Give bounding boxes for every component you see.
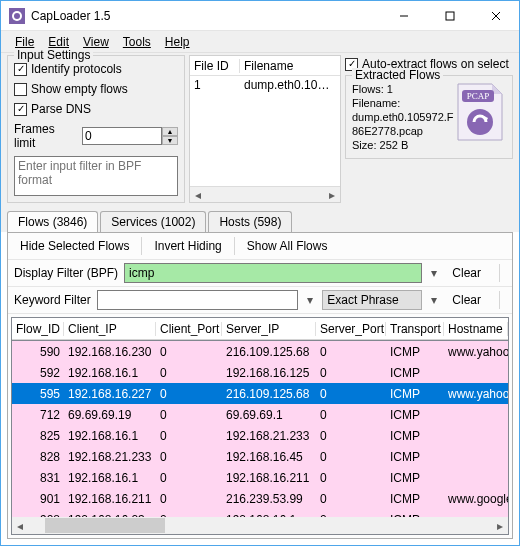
- identify-protocols-label: Identify protocols: [31, 62, 122, 76]
- menu-help[interactable]: Help: [165, 35, 190, 49]
- keyword-filter-clear-button[interactable]: Clear: [446, 291, 487, 309]
- table-row[interactable]: 71269.69.69.19069.69.69.10ICMP: [12, 404, 508, 425]
- col-server-ip[interactable]: Server_IP: [222, 322, 316, 336]
- table-cell: 590: [12, 345, 64, 359]
- show-empty-flows-checkbox[interactable]: Show empty flows: [14, 80, 178, 98]
- extracted-flows-legend: Extracted Flows: [352, 68, 443, 82]
- display-filter-input[interactable]: [124, 263, 422, 283]
- table-cell: ICMP: [386, 366, 444, 380]
- table-cell: 0: [156, 408, 222, 422]
- chevron-down-icon[interactable]: ▾: [304, 293, 316, 307]
- file-id-cell: 1: [190, 78, 240, 92]
- input-settings-group: Input Settings ✓ Identify protocols Show…: [7, 55, 185, 203]
- table-cell: 0: [156, 366, 222, 380]
- svg-text:PCAP: PCAP: [467, 91, 490, 101]
- col-server-port[interactable]: Server_Port: [316, 322, 386, 336]
- table-cell: 192.168.16.125: [222, 366, 316, 380]
- app-window: CapLoader 1.5 File Edit View Tools Help …: [0, 0, 520, 546]
- check-icon: [14, 83, 27, 96]
- chevron-up-icon[interactable]: ▲: [162, 127, 178, 136]
- table-cell: 0: [316, 450, 386, 464]
- tab-flows[interactable]: Flows (3846): [7, 211, 98, 232]
- file-h-scrollbar[interactable]: ◂ ▸: [190, 186, 340, 202]
- display-filter-row: Display Filter (BPF) ▾ Clear: [8, 260, 512, 287]
- table-cell: 192.168.21.233: [222, 429, 316, 443]
- table-row[interactable]: 825192.168.16.10192.168.21.2330ICMP: [12, 425, 508, 446]
- scroll-left-icon[interactable]: ◂: [190, 187, 206, 203]
- extracted-flows-group: Extracted Flows Flows: 1 Filename: dump.…: [345, 75, 513, 159]
- table-row[interactable]: 908192.168.16.230192.168.16.10ICMP: [12, 509, 508, 517]
- scroll-right-icon[interactable]: ▸: [492, 518, 508, 534]
- table-row[interactable]: 831192.168.16.10192.168.16.2110ICMP: [12, 467, 508, 488]
- table-h-scrollbar[interactable]: ◂ ▸: [12, 517, 508, 534]
- table-cell: 0: [156, 387, 222, 401]
- parse-dns-checkbox[interactable]: ✓ Parse DNS: [14, 100, 178, 118]
- scroll-right-icon[interactable]: ▸: [324, 187, 340, 203]
- col-flow-id[interactable]: Flow_ID: [12, 322, 64, 336]
- tab-hosts[interactable]: Hosts (598): [208, 211, 292, 232]
- table-cell: 69.69.69.19: [64, 408, 156, 422]
- hide-selected-button[interactable]: Hide Selected Flows: [14, 237, 135, 255]
- table-row[interactable]: 590192.168.16.2300216.109.125.680ICMPwww…: [12, 341, 508, 362]
- parse-dns-label: Parse DNS: [31, 102, 91, 116]
- tab-services[interactable]: Services (1002): [100, 211, 206, 232]
- table-cell: 192.168.16.1: [64, 429, 156, 443]
- table-cell: 216.109.125.68: [222, 387, 316, 401]
- chevron-down-icon[interactable]: ▾: [428, 266, 440, 280]
- table-cell: ICMP: [386, 429, 444, 443]
- table-cell: 192.168.16.211: [222, 471, 316, 485]
- frames-limit-input[interactable]: [82, 127, 162, 145]
- table-cell: 901: [12, 492, 64, 506]
- table-row[interactable]: 828192.168.21.2330192.168.16.450ICMP: [12, 446, 508, 467]
- app-icon: [9, 8, 25, 24]
- keyword-filter-label: Keyword Filter: [14, 293, 91, 307]
- table-cell: ICMP: [386, 471, 444, 485]
- table-cell: www.yahoo.com,: [444, 345, 508, 359]
- extracted-flows-info: Flows: 1 Filename: dump.eth0.105972.F86E…: [352, 82, 454, 152]
- frames-limit-spinner[interactable]: ▲▼: [82, 127, 178, 145]
- chevron-down-icon[interactable]: ▼: [162, 136, 178, 145]
- match-mode-value: Exact Phrase: [327, 293, 398, 307]
- table-cell: ICMP: [386, 408, 444, 422]
- col-transport[interactable]: Transport: [386, 322, 444, 336]
- scroll-left-icon[interactable]: ◂: [12, 518, 28, 534]
- svg-point-2: [14, 13, 20, 19]
- menu-view[interactable]: View: [83, 35, 109, 49]
- pcap-file-icon[interactable]: PCAP: [454, 82, 506, 142]
- table-cell: 192.168.16.45: [222, 450, 316, 464]
- table-row[interactable]: 901192.168.16.2110216.239.53.990ICMPwww.…: [12, 488, 508, 509]
- keyword-filter-input[interactable]: [97, 290, 299, 310]
- menu-edit[interactable]: Edit: [48, 35, 69, 49]
- table-cell: 216.109.125.68: [222, 345, 316, 359]
- file-col-name[interactable]: Filename: [240, 59, 340, 73]
- col-hostname[interactable]: Hostname: [444, 322, 508, 336]
- table-cell: 828: [12, 450, 64, 464]
- table-cell: www.yahoo.com,: [444, 387, 508, 401]
- menu-file[interactable]: File: [15, 35, 34, 49]
- match-mode-select[interactable]: Exact Phrase: [322, 290, 422, 310]
- table-cell: 0: [156, 450, 222, 464]
- table-row[interactable]: 592192.168.16.10192.168.16.1250ICMP: [12, 362, 508, 383]
- table-cell: 192.168.21.233: [64, 450, 156, 464]
- table-cell: 69.69.69.1: [222, 408, 316, 422]
- minimize-button[interactable]: [381, 1, 427, 31]
- table-cell: 0: [316, 429, 386, 443]
- display-filter-clear-button[interactable]: Clear: [446, 264, 487, 282]
- maximize-button[interactable]: [427, 1, 473, 31]
- table-cell: 192.168.16.211: [64, 492, 156, 506]
- invert-hiding-button[interactable]: Invert Hiding: [148, 237, 227, 255]
- file-col-id[interactable]: File ID: [190, 59, 240, 73]
- show-all-button[interactable]: Show All Flows: [241, 237, 334, 255]
- table-row[interactable]: 595192.168.16.2270216.109.125.680ICMPwww…: [12, 383, 508, 404]
- table-cell: 831: [12, 471, 64, 485]
- scrollbar-thumb[interactable]: [45, 518, 165, 533]
- col-client-ip[interactable]: Client_IP: [64, 322, 156, 336]
- identify-protocols-checkbox[interactable]: ✓ Identify protocols: [14, 60, 178, 78]
- menu-tools[interactable]: Tools: [123, 35, 151, 49]
- file-row[interactable]: 1 dump.eth0.1059…: [190, 76, 340, 94]
- table-cell: 0: [156, 471, 222, 485]
- bpf-input-filter[interactable]: [14, 156, 178, 196]
- chevron-down-icon[interactable]: ▾: [428, 293, 440, 307]
- col-client-port[interactable]: Client_Port: [156, 322, 222, 336]
- close-button[interactable]: [473, 1, 519, 31]
